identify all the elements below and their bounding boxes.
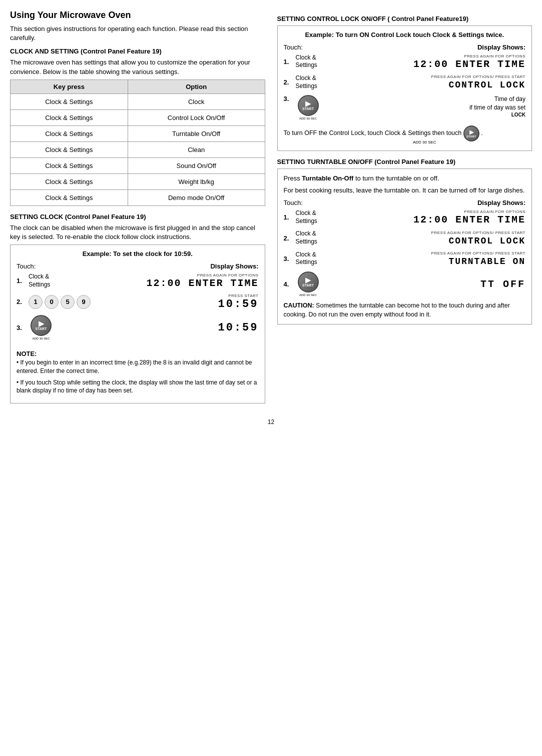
tt-step-4-num: 4.	[284, 280, 292, 288]
turntable-heading: SETTING TURNTABLE ON/OFF (Control Panel …	[277, 158, 532, 166]
table-col2-header: Option	[128, 80, 265, 94]
note-line-1: • If you begin to enter in an incorrect …	[17, 358, 259, 376]
tt-step-3-num: 3.	[284, 255, 292, 262]
cl-step-1: 1. Clock &Settings PRESS AGAIN FOR OPTIO…	[284, 54, 526, 70]
cl-step-2-display: PRESS AGAIN FOR OPTIONS/ PRESS START CON…	[335, 74, 526, 90]
step-1-touch: Clock &Settings	[29, 273, 64, 288]
control-lock-example-title: Example: To turn ON Control Lock touch C…	[284, 31, 526, 40]
tt-step-1-caption: PRESS AGAIN FOR OPTIONS	[335, 210, 526, 214]
tt-step-1-touch: Clock &Settings	[296, 210, 331, 225]
note-title: NOTE:	[17, 350, 259, 358]
clock-example-box: Example: To set the clock for 10:59. Tou…	[10, 244, 265, 404]
tt-start-sub: ADD 30 SEC	[299, 294, 317, 297]
cl-start-label: START	[302, 107, 314, 111]
cl-start-button-container: ▶ START ADD 30 SEC	[296, 95, 321, 120]
key-5[interactable]: 5	[61, 295, 75, 309]
tt-step-1-display: PRESS AGAIN FOR OPTIONS 12:00 ENTER TIME	[335, 210, 526, 225]
settings-table: Key press Option Clock & SettingsClockCl…	[10, 80, 265, 206]
tt-step-4-display: TT OFF	[325, 278, 526, 290]
setting-clock-desc: The clock can be disabled when the micro…	[10, 224, 265, 242]
table-row-3-col-1: Clean	[128, 142, 265, 158]
table-row-0-col-1: Clock	[128, 94, 265, 110]
cl-touch-label: Touch:	[284, 44, 303, 51]
table-row-5-col-0: Clock & Settings	[11, 174, 128, 190]
cl-step-1-num: 1.	[284, 58, 292, 66]
tt-step-1-lcd: 12:00 ENTER TIME	[335, 215, 526, 225]
clock-step-2: 2. 1 0 5 9 PRESS START 10:59	[17, 294, 259, 310]
tt-step-3-touch: Clock &Settings	[296, 251, 331, 266]
tt-start-label: START	[302, 284, 314, 288]
turntable-desc1: Press Turntable On-Off to turn the turnt…	[284, 174, 526, 183]
tt-play-icon: ▶	[305, 276, 311, 284]
page-number: 12	[10, 418, 532, 426]
table-col1-header: Key press	[11, 80, 128, 94]
table-row-0-col-0: Clock & Settings	[11, 94, 128, 110]
cl-step-1-touch: Clock &Settings	[296, 54, 331, 70]
tt-step-2-touch: Clock &Settings	[296, 230, 331, 246]
cl-step-2: 2. Clock &Settings PRESS AGAIN FOR OPTIO…	[284, 74, 526, 90]
tt-step-1: 1. Clock &Settings PRESS AGAIN FOR OPTIO…	[284, 210, 526, 225]
key-0[interactable]: 0	[45, 295, 59, 309]
tt-step-1-num: 1.	[284, 214, 292, 221]
step-2-caption: PRESS START	[95, 294, 259, 298]
tt-step-4-lcd: TT OFF	[325, 278, 526, 290]
step-1-caption: PRESS AGAIN FOR OPTIONS	[68, 273, 259, 278]
step-3-display: 10:59	[58, 322, 259, 334]
control-lock-heading: SETTING CONTROL LOCK ON/OFF ( Control Pa…	[277, 15, 532, 22]
touch-label: Touch:	[17, 262, 36, 270]
cl-lock-word: LOCK	[325, 112, 526, 118]
tt-step-3-lcd: TURNTABLE ON	[335, 256, 526, 266]
step-2-lcd: 10:59	[95, 299, 259, 310]
caution-title: CAUTION:	[284, 302, 314, 309]
table-row-6-col-1: Demo mode On/Off	[128, 190, 265, 206]
cl-step-3-num: 3.	[284, 95, 292, 102]
tt-step-2-caption: PRESS AGAIN FOR OPTIONS/ PRESS START	[335, 230, 526, 235]
cl-step-1-lcd: 12:00 ENTER TIME	[335, 60, 526, 70]
turn-off-row: To turn OFF the Control Lock, touch Cloc…	[284, 126, 526, 146]
num-keys: 1 0 5 9	[29, 295, 91, 309]
step-2-num: 2.	[17, 298, 25, 306]
cl-step-2-num: 2.	[284, 78, 292, 86]
clock-step-1: 1. Clock &Settings PRESS AGAIN FOR OPTIO…	[17, 273, 259, 288]
clock-step-3: 3. ▶ START ADD 30 SEC 10:59	[17, 315, 259, 340]
inline-start-sub: ADD 30 SEC	[324, 140, 526, 146]
tt-start-button[interactable]: ▶ START	[298, 272, 319, 292]
table-row-3-col-0: Clock & Settings	[11, 142, 128, 158]
cl-play-icon: ▶	[305, 100, 311, 107]
clock-section-heading: CLOCK AND SETTING (Control Panel Feature…	[10, 48, 265, 55]
left-column: Using Your Microwave Oven This section g…	[10, 10, 265, 410]
tt-step-2-lcd: CONTROL LOCK	[335, 236, 526, 246]
inline-start-button[interactable]: ▶ START	[463, 126, 479, 142]
table-row-4-col-0: Clock & Settings	[11, 158, 128, 174]
tt-display-label: Display Shows:	[477, 199, 525, 206]
cl-step-3: 3. ▶ START ADD 30 SEC Time of dayif time…	[284, 95, 526, 120]
play-arrow-icon: ▶	[39, 320, 44, 327]
setting-clock-heading: SETTING CLOCK (Control Panel Feature 19)	[10, 213, 265, 220]
tt-step-2-num: 2.	[284, 234, 292, 242]
cl-step-2-lcd: CONTROL LOCK	[335, 80, 526, 90]
intro-text: This section gives instructions for oper…	[10, 24, 265, 42]
tt-step-4: 4. ▶ START ADD 30 SEC TT OFF	[284, 272, 526, 297]
cl-start-button[interactable]: ▶ START	[298, 95, 319, 116]
tt-step-3: 3. Clock &Settings PRESS AGAIN FOR OPTIO…	[284, 251, 526, 266]
key-9[interactable]: 9	[77, 295, 91, 309]
cl-step-2-touch: Clock &Settings	[296, 74, 331, 90]
table-row-2-col-1: Turntable On/Off	[128, 126, 265, 142]
tt-step-3-caption: PRESS AGAIN FOR OPTIONS/ PRESS START	[335, 251, 526, 256]
start-button[interactable]: ▶ START	[31, 315, 52, 336]
cl-step-3-display: Time of dayif time of day was set LOCK	[325, 95, 526, 118]
start-button-container: ▶ START ADD 30 SEC	[29, 315, 54, 340]
caution-section: CAUTION: Sometimes the turntable can bec…	[284, 302, 526, 319]
turntable-example-box: Press Turntable On-Off to turn the turnt…	[277, 168, 532, 325]
right-column: SETTING CONTROL LOCK ON/OFF ( Control Pa…	[277, 10, 532, 410]
table-row-2-col-0: Clock & Settings	[11, 126, 128, 142]
step-1-lcd: 12:00 ENTER TIME	[68, 278, 259, 288]
cl-time-of-day: Time of dayif time of day was set	[325, 95, 526, 112]
turntable-desc2: For best cooking results, leave the turn…	[284, 186, 526, 195]
tt-step-3-display: PRESS AGAIN FOR OPTIONS/ PRESS START TUR…	[335, 251, 526, 266]
control-lock-example-box: Example: To turn ON Control Lock touch C…	[277, 26, 532, 151]
clock-example-title: Example: To set the clock for 10:59.	[17, 250, 259, 258]
key-1[interactable]: 1	[29, 295, 43, 309]
cl-step-1-display: PRESS AGAIN FOR OPTIONS 12:00 ENTER TIME	[335, 54, 526, 70]
turn-off-end: .	[481, 130, 482, 136]
